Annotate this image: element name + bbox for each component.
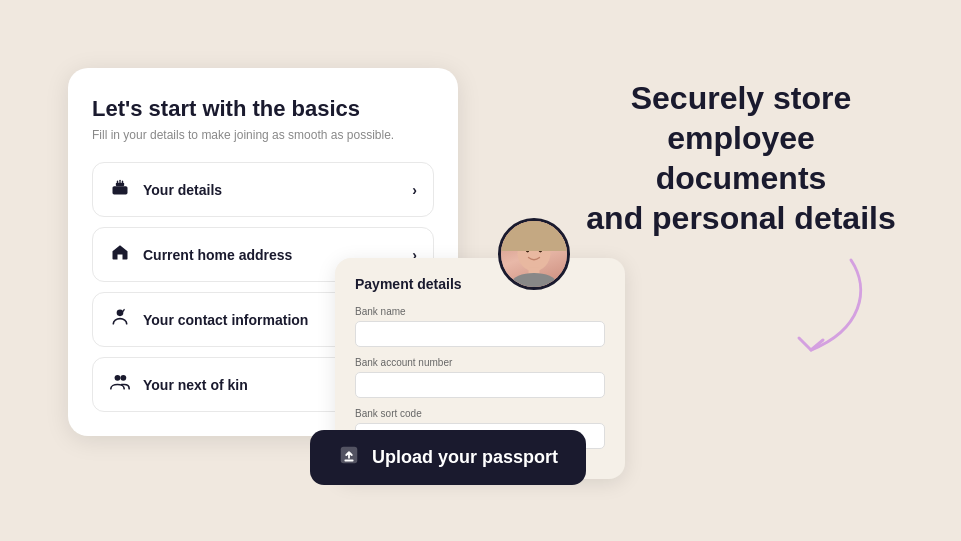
menu-item-left: Your contact information	[109, 307, 308, 332]
menu-item-label-your-details: Your details	[143, 182, 222, 198]
svg-point-13	[512, 273, 556, 287]
menu-item-left: Your next of kin	[109, 372, 248, 397]
person-icon	[109, 307, 131, 332]
upload-icon	[338, 444, 360, 471]
home-icon	[109, 242, 131, 267]
bank-sort-label: Bank sort code	[355, 408, 605, 419]
svg-point-10	[526, 248, 530, 253]
bank-name-field: Bank name	[355, 306, 605, 347]
hero-text-line1: Securely store	[631, 80, 852, 116]
svg-point-5	[117, 310, 124, 317]
svg-point-7	[120, 375, 126, 381]
avatar-face	[501, 221, 567, 287]
svg-point-6	[115, 375, 121, 381]
menu-item-your-details[interactable]: Your details ›	[92, 162, 434, 217]
menu-item-label-contact-info: Your contact information	[143, 312, 308, 328]
menu-item-label-home-address: Current home address	[143, 247, 292, 263]
menu-item-left: Your details	[109, 177, 222, 202]
svg-point-11	[539, 248, 543, 253]
main-card-title: Let's start with the basics	[92, 96, 434, 122]
hero-text-line2: employee documents	[656, 120, 827, 196]
menu-item-label-next-of-kin: Your next of kin	[143, 377, 248, 393]
upload-label: Upload your passport	[372, 447, 558, 468]
people-icon	[109, 372, 131, 397]
upload-passport-button[interactable]: Upload your passport	[310, 430, 586, 485]
birthday-cake-icon	[109, 177, 131, 202]
bank-name-input[interactable]	[355, 321, 605, 347]
menu-item-left: Current home address	[109, 242, 292, 267]
hero-text: Securely store employee documents and pe…	[581, 78, 901, 238]
bank-account-field: Bank account number	[355, 357, 605, 398]
main-card-subtitle: Fill in your details to make joining as …	[92, 128, 434, 142]
svg-point-9	[518, 235, 551, 272]
payment-card-title: Payment details	[355, 276, 605, 292]
avatar	[498, 218, 570, 290]
svg-point-8	[514, 221, 554, 255]
hero-text-line3: and personal details	[586, 200, 895, 236]
bank-account-input[interactable]	[355, 372, 605, 398]
bank-account-label: Bank account number	[355, 357, 605, 368]
decorative-arrow	[721, 240, 881, 370]
bank-name-label: Bank name	[355, 306, 605, 317]
svg-rect-0	[113, 187, 128, 195]
chevron-right-icon: ›	[412, 182, 417, 198]
